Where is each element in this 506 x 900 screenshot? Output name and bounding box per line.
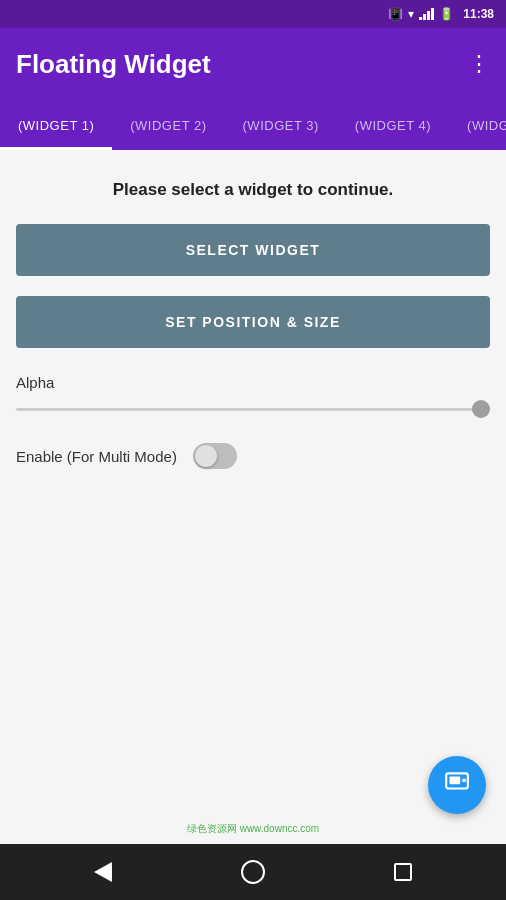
alpha-section: Alpha (16, 368, 490, 425)
enable-toggle-section: Enable (For Multi Mode) (16, 443, 490, 469)
back-icon (94, 862, 112, 882)
app-bar: Floating Widget ⋮ (0, 28, 506, 100)
alpha-slider-thumb[interactable] (472, 400, 490, 418)
svg-rect-1 (449, 777, 460, 785)
tab-widget-5[interactable]: (WIDGET (449, 100, 506, 150)
instruction-text: Please select a widget to continue. (16, 180, 490, 200)
alpha-label: Alpha (16, 374, 490, 391)
tab-widget-4[interactable]: (WIDGET 4) (337, 100, 449, 150)
set-position-button[interactable]: SET POSITION & SIZE (16, 296, 490, 348)
alpha-slider-container[interactable] (16, 399, 490, 419)
status-time: 11:38 (463, 7, 494, 21)
enable-toggle[interactable] (193, 443, 237, 469)
bottom-nav (0, 844, 506, 900)
app-title: Floating Widget (16, 49, 211, 80)
select-widget-button[interactable]: SELECT WIDGET (16, 224, 490, 276)
recents-icon (394, 863, 412, 881)
battery-icon: 🔋 (439, 7, 454, 21)
overflow-menu-icon[interactable]: ⋮ (468, 51, 490, 77)
tab-bar: (WIDGET 1) (WIDGET 2) (WIDGET 3) (WIDGET… (0, 100, 506, 150)
back-button[interactable] (94, 862, 112, 882)
watermark: 绿色资源网 www.downcc.com (0, 822, 506, 836)
home-icon (241, 860, 265, 884)
svg-rect-2 (462, 779, 465, 782)
tab-widget-2[interactable]: (WIDGET 2) (112, 100, 224, 150)
tab-widget-1[interactable]: (WIDGET 1) (0, 100, 112, 150)
signal-icon (419, 8, 434, 20)
fab-button[interactable] (428, 756, 486, 814)
alpha-slider-track (16, 408, 490, 411)
status-icons: 📳 ▾ 🔋 11:38 (388, 7, 494, 21)
tab-widget-3[interactable]: (WIDGET 3) (225, 100, 337, 150)
recents-button[interactable] (394, 863, 412, 881)
main-content: Please select a widget to continue. SELE… (0, 150, 506, 844)
status-bar: 📳 ▾ 🔋 11:38 (0, 0, 506, 28)
enable-label: Enable (For Multi Mode) (16, 448, 177, 465)
toggle-knob (195, 445, 217, 467)
vibrate-icon: 📳 (388, 7, 403, 21)
home-button[interactable] (241, 860, 265, 884)
wifi-icon: ▾ (408, 7, 414, 21)
fab-icon (444, 769, 470, 801)
